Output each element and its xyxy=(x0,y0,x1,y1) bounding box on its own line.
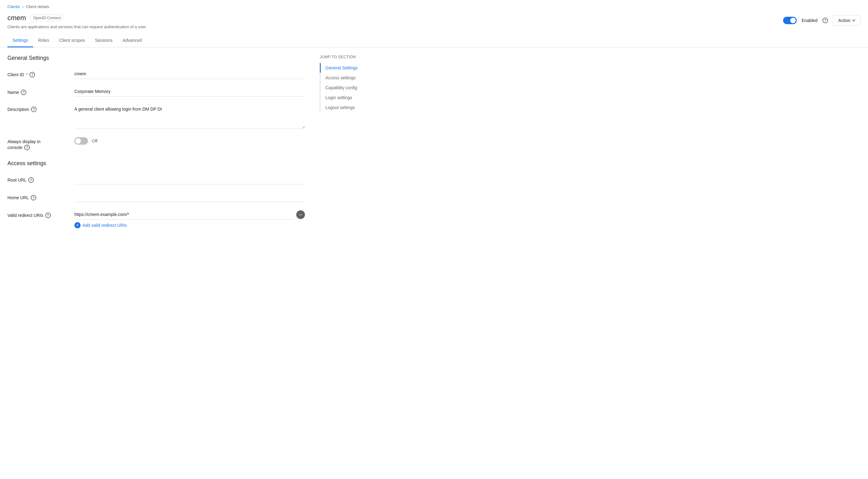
name-help-icon[interactable]: ? xyxy=(21,90,26,95)
description-input-wrapper: A general client allowing login from DM … xyxy=(74,104,305,130)
general-settings-title: General Settings xyxy=(7,55,305,61)
settings-form: General Settings Client ID * ? Name ? xyxy=(7,55,305,236)
breadcrumb-parent[interactable]: Clients xyxy=(7,4,20,9)
root-url-input-wrapper xyxy=(74,174,305,184)
add-redirect-link[interactable]: + Add valid redirect URIs xyxy=(74,222,305,228)
name-label: Name ? xyxy=(7,87,69,95)
jump-item-capability[interactable]: Capability config xyxy=(320,83,388,93)
client-id-input-wrapper xyxy=(74,69,305,79)
app-name: cmem xyxy=(7,14,26,22)
header-title-row: cmem OpenID Connect xyxy=(7,14,147,22)
always-display-toggle[interactable] xyxy=(74,137,88,145)
name-input[interactable] xyxy=(74,87,305,97)
action-chevron-icon xyxy=(852,19,855,22)
always-display-toggle-wrapper: Off xyxy=(74,137,305,145)
tab-sessions[interactable]: Sessions xyxy=(90,34,118,47)
root-url-field: Root URL ? xyxy=(7,174,305,184)
breadcrumb-current: Client details xyxy=(26,4,49,9)
valid-redirect-label: Valid redirect URIs ? xyxy=(7,210,69,218)
tab-bar: Settings Roles Client scopes Sessions Ad… xyxy=(0,34,868,47)
valid-redirect-help-icon[interactable]: ? xyxy=(45,213,51,218)
valid-redirect-input-wrapper: + Add valid redirect URIs xyxy=(74,210,305,228)
root-url-help-icon[interactable]: ? xyxy=(28,177,34,183)
home-url-help-icon[interactable]: ? xyxy=(31,195,36,200)
header-help-icon[interactable]: ? xyxy=(823,18,828,23)
jump-item-login[interactable]: Login settings xyxy=(320,93,388,102)
name-input-wrapper xyxy=(74,87,305,97)
valid-redirect-input[interactable] xyxy=(74,210,294,220)
name-field: Name ? xyxy=(7,87,305,97)
description-field: Description ? A general client allowing … xyxy=(7,104,305,130)
description-help-icon[interactable]: ? xyxy=(31,106,37,112)
description-label: Description ? xyxy=(7,104,69,112)
always-display-state-label: Off xyxy=(92,138,97,143)
enabled-label: Enabled xyxy=(802,18,817,23)
root-url-label: Root URL ? xyxy=(7,174,69,183)
home-url-field: Home URL ? xyxy=(7,192,305,202)
remove-redirect-button[interactable] xyxy=(296,211,305,219)
always-display-field: Always display in console ? Off xyxy=(7,137,305,150)
tab-advanced[interactable]: Advanced xyxy=(118,34,147,47)
general-settings-section: General Settings Client ID * ? Name ? xyxy=(7,55,305,150)
access-settings-section: Access settings Root URL ? Home URL ? xyxy=(7,160,305,228)
page-header: cmem OpenID Connect Clients are applicat… xyxy=(0,11,868,34)
header-description: Clients are applications and services th… xyxy=(7,25,147,29)
client-id-label: Client ID * ? xyxy=(7,69,69,77)
always-display-help-icon[interactable]: ? xyxy=(24,145,30,150)
client-id-help-icon[interactable]: ? xyxy=(29,72,35,77)
jump-items-list: General Settings Access settings Capabil… xyxy=(320,63,388,113)
root-url-input[interactable] xyxy=(74,174,305,184)
breadcrumb-separator: › xyxy=(22,4,24,9)
client-id-field: Client ID * ? xyxy=(7,69,305,79)
access-settings-title: Access settings xyxy=(7,160,305,167)
tab-settings[interactable]: Settings xyxy=(7,34,33,47)
header-left: cmem OpenID Connect Clients are applicat… xyxy=(7,14,147,29)
add-redirect-icon: + xyxy=(74,222,81,228)
enabled-toggle[interactable] xyxy=(783,17,797,24)
openid-badge: OpenID Connect xyxy=(30,14,64,21)
home-url-label: Home URL ? xyxy=(7,192,69,200)
tab-client-scopes[interactable]: Client scopes xyxy=(54,34,90,47)
always-display-label: Always display in console ? xyxy=(7,137,69,150)
jump-item-general[interactable]: General Settings xyxy=(320,63,388,73)
breadcrumb: Clients › Client details xyxy=(0,0,868,11)
valid-redirect-field: Valid redirect URIs ? + Add valid redire… xyxy=(7,210,305,228)
action-button[interactable]: Action xyxy=(833,15,861,26)
home-url-input-wrapper xyxy=(74,192,305,202)
header-right: Enabled ? Action xyxy=(783,15,861,26)
tab-roles[interactable]: Roles xyxy=(33,34,54,47)
main-content: General Settings Client ID * ? Name ? xyxy=(0,47,868,243)
home-url-input[interactable] xyxy=(74,192,305,202)
jump-title: Jump to section xyxy=(320,55,388,59)
description-textarea[interactable]: A general client allowing login from DM … xyxy=(74,104,305,129)
required-marker: * xyxy=(26,72,28,77)
jump-item-access[interactable]: Access settings xyxy=(320,73,388,83)
redirect-uri-row xyxy=(74,210,305,220)
jump-sidebar: Jump to section General Settings Access … xyxy=(320,55,388,236)
client-id-input[interactable] xyxy=(74,69,305,79)
jump-item-logout[interactable]: Logout settings xyxy=(320,102,388,113)
always-display-toggle-row: Off xyxy=(74,137,305,145)
